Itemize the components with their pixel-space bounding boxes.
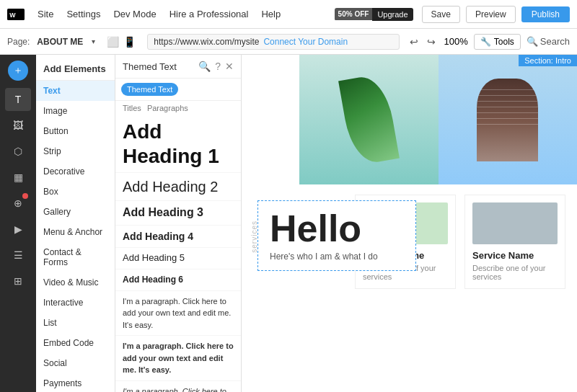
subtab-titles[interactable]: Titles (123, 104, 141, 112)
ae-item-payments[interactable]: Payments (36, 373, 115, 392)
heading-6-label: Add Heading 6 (123, 275, 183, 285)
building-line (477, 96, 538, 102)
ae-item-strip[interactable]: Strip (36, 141, 115, 161)
page-icon[interactable]: ☰ (5, 244, 31, 267)
canvas-area: Section: Intro (242, 55, 577, 392)
ae-item-image[interactable]: Image (36, 101, 115, 121)
ae-item-interactive[interactable]: Interactive (36, 293, 115, 313)
ae-item-embed-code[interactable]: Embed Code (36, 333, 115, 353)
shape-tool-icon[interactable]: ⬡ (5, 140, 31, 163)
heading-4-label: Add Heading 4 (123, 231, 193, 242)
hello-subtitle: Here's who I am & what I do (270, 251, 404, 262)
para-3-label: I'm a paragraph. Click here to add your … (123, 387, 231, 392)
text-items-list: Add Heading 1 Add Heading 2 Add Heading … (115, 115, 241, 392)
add-elements-panel: Add Elements Text Image Button Strip Dec… (36, 55, 115, 392)
view-icons: ⬜ 📱 (107, 36, 136, 48)
add-elements-icon-btn[interactable]: ＋ (8, 61, 28, 81)
para-1-item[interactable]: I'm a paragraph. Click here to add your … (115, 291, 241, 337)
nav-hire[interactable]: Hire a Professional (169, 9, 249, 19)
url-text: https://www.wix.com/mysite (154, 37, 259, 47)
ae-item-menu-anchor[interactable]: Menu & Anchor (36, 222, 115, 242)
para-2-item[interactable]: I'm a paragraph. Click here to add your … (115, 336, 241, 381)
building-line (477, 119, 538, 125)
ae-item-box[interactable]: Box (36, 182, 115, 202)
subpanel-actions: 🔍 ? ✕ (198, 61, 234, 72)
page-chevron-icon[interactable]: ▾ (92, 37, 95, 45)
leaf-shape (338, 73, 400, 166)
section-intro-badge: Section: Intro (519, 55, 577, 66)
upgrade-button[interactable]: Upgrade (372, 8, 413, 21)
upgrade-combined: 50% OFF Upgrade (335, 8, 413, 21)
icon-sidebar: ＋ T 🖼 ⬡ ▦ ⊕ ▶ ☰ ⊞ (0, 55, 36, 392)
text-tool-icon[interactable]: T (5, 88, 31, 111)
right-actions: 50% OFF Upgrade Save Preview Publish (335, 6, 570, 23)
search-button[interactable]: 🔍 Search (527, 36, 570, 47)
connect-domain-link[interactable]: Connect Your Domain (263, 37, 348, 47)
subpanel-subtabs: Titles Paragraphs (115, 101, 241, 115)
canvas-content: Section: Intro (242, 55, 577, 392)
nav-help[interactable]: Help (261, 9, 281, 19)
heading-2-item[interactable]: Add Heading 2 (115, 173, 241, 201)
subpanel-header: Themed Text 🔍 ? ✕ (115, 55, 241, 79)
nav-settings[interactable]: Settings (66, 9, 100, 19)
left-white-strip (242, 55, 299, 184)
close-panel-icon[interactable]: ✕ (225, 61, 234, 72)
ae-item-contact-forms[interactable]: Contact & Forms (36, 242, 115, 272)
heading-1-item[interactable]: Add Heading 1 (115, 115, 241, 173)
search-panel-icon[interactable]: 🔍 (198, 61, 211, 72)
text-subpanel: Themed Text 🔍 ? ✕ Themed Text Titles Par… (115, 55, 242, 392)
question-icon[interactable]: ? (215, 61, 221, 72)
nav-devmode[interactable]: Dev Mode (113, 9, 156, 19)
heading-3-item[interactable]: Add Heading 3 (115, 201, 241, 226)
ae-item-video-music[interactable]: Video & Music (36, 272, 115, 293)
image-tool-icon[interactable]: 🖼 (5, 114, 31, 137)
section-tool-icon[interactable]: ▦ (5, 166, 31, 189)
heading-2-label: Add Heading 2 (123, 179, 218, 195)
mobile-view-icon[interactable]: 📱 (123, 36, 136, 48)
save-button[interactable]: Save (422, 6, 460, 23)
upgrade-pct: 50% OFF (335, 8, 373, 20)
redo-button[interactable]: ↪ (424, 35, 439, 49)
top-image-strip (242, 55, 577, 184)
ae-item-social[interactable]: Social (36, 353, 115, 373)
heading-6-item[interactable]: Add Heading 6 (115, 270, 241, 291)
tools-button[interactable]: 🔧 Tools (474, 34, 521, 50)
search-icon: 🔍 (527, 36, 538, 47)
app-market-icon[interactable]: ⊕ (5, 192, 31, 215)
layers-icon[interactable]: ⊞ (5, 270, 31, 293)
nav-site[interactable]: Site (38, 9, 53, 19)
hello-text: Hello (270, 210, 404, 247)
heading-4-item[interactable]: Add Heading 4 (115, 226, 241, 248)
url-bar[interactable]: https://www.wix.com/mysite Connect Your … (147, 34, 399, 50)
right-tools: ↩ ↪ 100% 🔧 Tools 🔍 Search (407, 34, 570, 50)
service-card-2: Service Name Describe one of your servic… (464, 195, 565, 289)
para-3-item[interactable]: I'm a paragraph. Click here to add your … (115, 381, 241, 392)
media-icon[interactable]: ▶ (5, 218, 31, 241)
subpanel-tabs: Themed Text (115, 79, 241, 101)
second-bar: Page: ABOUT ME ▾ ⬜ 📱 https://www.wix.com… (0, 29, 577, 55)
publish-button[interactable]: Publish (521, 6, 570, 22)
ae-item-button[interactable]: Button (36, 121, 115, 141)
preview-button[interactable]: Preview (466, 6, 516, 23)
heading-3-label: Add Heading 3 (123, 206, 203, 218)
top-bar: W Site Settings Dev Mode Hire a Professi… (0, 0, 577, 29)
service-2-name: Service Name (472, 250, 558, 261)
main-area: ＋ T 🖼 ⬡ ▦ ⊕ ▶ ☰ ⊞ Add Elements Text Imag… (0, 55, 577, 392)
heading-5-item[interactable]: Add Heading 5 (115, 248, 241, 270)
hello-box[interactable]: Hello Here's who I am & what I do (257, 200, 416, 271)
tools-label: Tools (494, 37, 514, 47)
heading-5-label: Add Heading 5 (123, 252, 185, 263)
page-name[interactable]: ABOUT ME (37, 37, 83, 47)
tab-themed-text[interactable]: Themed Text (121, 83, 178, 96)
undo-button[interactable]: ↩ (407, 35, 421, 49)
ae-item-list[interactable]: List (36, 313, 115, 333)
center-image-tile (299, 55, 439, 184)
ae-item-decorative[interactable]: Decorative (36, 161, 115, 182)
building-line (477, 90, 538, 96)
ae-item-text[interactable]: Text (36, 81, 115, 101)
subtab-paragraphs[interactable]: Paragraphs (147, 104, 188, 112)
desktop-view-icon[interactable]: ⬜ (107, 36, 119, 48)
ae-item-gallery[interactable]: Gallery (36, 202, 115, 222)
tools-icon: 🔧 (480, 37, 491, 47)
badge-dot (22, 193, 28, 199)
